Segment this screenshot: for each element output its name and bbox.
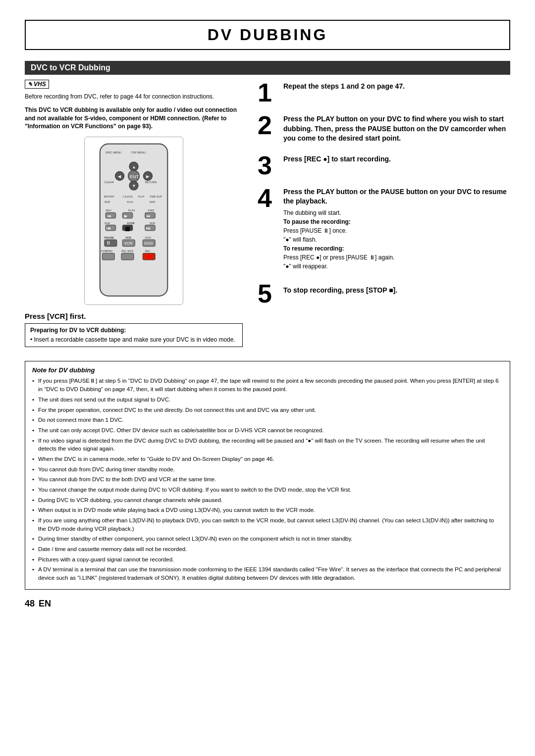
step-5: 5 To stop recording, press [STOP ■].: [258, 281, 510, 306]
preparing-title: Preparing for DV to VCR dubbing:: [30, 327, 237, 334]
svg-text:◀: ◀: [118, 174, 121, 179]
step-1-number: 1: [258, 80, 277, 105]
vhs-icon: ✎: [28, 81, 32, 88]
svg-text:▼: ▼: [132, 184, 136, 188]
svg-text:INSTANT: INSTANT: [104, 195, 114, 198]
step-4-content: Press the PLAY button or the PAUSE butto…: [283, 185, 510, 271]
svg-text:PLAY: PLAY: [138, 195, 145, 198]
svg-text:⏮: ⏮: [107, 226, 111, 231]
section-header: DVC to VCR Dubbing: [25, 61, 510, 75]
note-item: A DV terminal is a terminal that can use…: [32, 565, 503, 582]
svg-text:DUBBING: DUBBING: [101, 250, 112, 252]
note-item: During DVC to VCR dubbing, you cannot ch…: [32, 496, 503, 504]
page-title-bar: DV DUBBING: [25, 20, 510, 50]
svg-text:⏮: ⏮: [107, 214, 111, 218]
svg-text:SKIP: SKIP: [105, 222, 110, 225]
note-item: The unit can only accept DVC. Other DV d…: [32, 426, 503, 435]
note-item: Do not connect more than 1 DVC.: [32, 416, 503, 424]
svg-text:PLAY: PLAY: [127, 201, 133, 203]
svg-text:TIME SLIP: TIME SLIP: [150, 195, 162, 198]
svg-text:ENT: ENT: [130, 174, 139, 179]
note-item: You cannot change the output mode during…: [32, 486, 503, 494]
page-number: 48: [25, 599, 35, 609]
step-3-main: Press [REC ●] to start recording.: [283, 154, 510, 164]
step-5-main: To stop recording, press [STOP ■].: [283, 286, 397, 294]
note-item: If you are using anything other than L3(…: [32, 516, 503, 533]
bold-note: This DVC to VCR dubbing is available onl…: [25, 106, 243, 131]
svg-text:DVD: DVD: [145, 241, 153, 246]
note-title: Note for DV dubbing: [32, 366, 503, 374]
step-1-main: Repeat the steps 1 and 2 on page 47.: [283, 82, 510, 92]
step-4-sub: The dubbing will start. To pause the rec…: [283, 208, 510, 271]
page-en-label: EN: [39, 599, 51, 609]
svg-text:▶: ▶: [146, 174, 150, 179]
step-2-content: Press the PLAY button on your DVC to fin…: [283, 112, 510, 146]
remote-svg: DISC MENU TOP MENU ▲ ◀ ENT ▶ ▼: [89, 141, 179, 299]
step-5-content: To stop recording, press [STOP ■].: [283, 281, 397, 296]
note-item: For the proper operation, connect DVC to…: [32, 406, 503, 414]
svg-text:SKIP: SKIP: [150, 222, 156, 225]
step-1-content: Repeat the steps 1 and 2 on page 47.: [283, 80, 510, 94]
steps-list: 1 Repeat the steps 1 and 2 on page 47. 2…: [258, 80, 510, 306]
svg-text:▲: ▲: [132, 165, 136, 169]
svg-text:PLAY: PLAY: [128, 209, 135, 212]
svg-text:1.3x/0.8x: 1.3x/0.8x: [122, 195, 133, 198]
note-item: You cannot dub from DVC during timer sta…: [32, 465, 503, 474]
svg-text:⏸: ⏸: [106, 240, 111, 246]
note-item: You cannot dub from DVC to the both DVD …: [32, 475, 503, 484]
press-vcr-section: Press [VCR] first. Preparing for DV to V…: [25, 312, 243, 348]
step-3-content: Press [REC ●] to start recording.: [283, 152, 510, 166]
svg-text:REC MOD: REC MOD: [121, 250, 133, 252]
svg-rect-52: [102, 253, 114, 260]
step-2-main: Press the PLAY button on your DVC to fin…: [283, 114, 510, 144]
note-item: Pictures with a copy-guard signal cannot…: [32, 555, 503, 564]
svg-text:▶: ▶: [124, 214, 128, 218]
svg-text:⏭: ⏭: [146, 226, 151, 231]
svg-text:DISC MENU: DISC MENU: [106, 151, 121, 154]
svg-text:RETURN: RETURN: [145, 181, 157, 184]
svg-text:TOP MENU: TOP MENU: [131, 151, 146, 154]
svg-text:VCR: VCR: [124, 241, 133, 246]
note-item: Date / time and cassette memory data wil…: [32, 545, 503, 554]
step-1: 1 Repeat the steps 1 and 2 on page 47.: [258, 80, 510, 105]
step-4-main: Press the PLAY button or the PAUSE butto…: [283, 187, 510, 206]
intro-text: Before recording from DVC, refer to page…: [25, 93, 243, 101]
svg-text:PAUSE: PAUSE: [105, 236, 114, 239]
vhs-logo: ✎ VHS: [25, 80, 49, 89]
step-4: 4 Press the PLAY button or the PAUSE but…: [258, 185, 510, 271]
left-column: ✎ VHS Before recording from DVC, refer t…: [25, 80, 243, 352]
svg-text:FWD: FWD: [148, 209, 154, 212]
svg-text:⏭: ⏭: [147, 214, 151, 218]
note-item: When output is in DVD mode while playing…: [32, 506, 503, 514]
note-list: If you press [PAUSE⏸] at step 5 in "DVC …: [32, 377, 503, 582]
svg-point-55: [147, 254, 151, 259]
preparing-text: • Insert a recordable cassette tape and …: [30, 336, 237, 344]
step-3-number: 3: [258, 152, 277, 178]
page-footer: 48 EN: [25, 599, 510, 609]
note-item: During timer standby of either component…: [32, 535, 503, 543]
svg-text:REC: REC: [145, 250, 151, 252]
note-item: When the DVC is in camera mode, refer to…: [32, 455, 503, 463]
preparing-box: Preparing for DV to VCR dubbing: • Inser…: [25, 323, 243, 348]
step-2-number: 2: [258, 112, 277, 138]
remote-control: DISC MENU TOP MENU ▲ ◀ ENT ▶ ▼: [84, 137, 183, 305]
step-5-number: 5: [258, 281, 277, 306]
step-4-number: 4: [258, 185, 277, 211]
svg-text:STOP: STOP: [127, 222, 135, 225]
svg-text:CLEAR: CLEAR: [105, 181, 114, 184]
note-item: If you press [PAUSE⏸] at step 5 in "DVC …: [32, 377, 503, 393]
svg-rect-37: [125, 227, 130, 231]
note-box: Note for DV dubbing If you press [PAUSE⏸…: [25, 361, 510, 589]
step-3: 3 Press [REC ●] to start recording.: [258, 152, 510, 178]
svg-text:VCR: VCR: [125, 236, 131, 239]
svg-text:REV: REV: [106, 209, 111, 212]
svg-rect-53: [121, 253, 134, 260]
page-title: DV DUBBING: [208, 26, 328, 44]
note-item: The unit does not send out the output si…: [32, 396, 503, 404]
svg-text:DVD: DVD: [145, 236, 151, 239]
two-column-layout: ✎ VHS Before recording from DVC, refer t…: [25, 80, 510, 352]
remote-illustration: DISC MENU TOP MENU ▲ ◀ ENT ▶ ▼: [25, 137, 243, 305]
right-column: 1 Repeat the steps 1 and 2 on page 47. 2…: [258, 80, 510, 352]
svg-text:SKIP: SKIP: [150, 201, 156, 203]
step-2: 2 Press the PLAY button on your DVC to f…: [258, 112, 510, 146]
